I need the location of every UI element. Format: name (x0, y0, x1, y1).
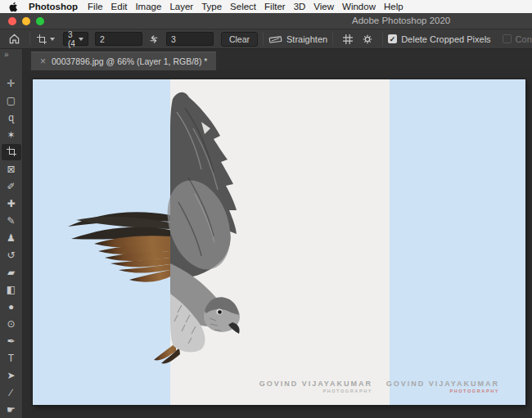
pen-tool-icon: ✒ (7, 336, 15, 346)
menu-select[interactable]: Select (230, 2, 256, 11)
magic-wand-tool[interactable]: ✶ (0, 127, 23, 143)
crop-settings-gear-icon[interactable] (362, 34, 373, 45)
hand-tool[interactable]: ☛ (0, 402, 23, 418)
window-title-bar: Adobe Photoshop 2020 (0, 13, 532, 29)
bird-photo (33, 79, 525, 405)
clear-button[interactable]: Clear (221, 32, 258, 47)
document-tab-bar: × 00037896.jpg @ 66% (Layer 1, RGB/8) * (23, 49, 532, 70)
clone-stamp-tool-icon: ♟ (7, 233, 16, 243)
document-tab-title: 00037896.jpg @ 66% (Layer 1, RGB/8) * (52, 56, 207, 66)
window-title: Adobe Photoshop 2020 (352, 16, 450, 25)
blur-tool[interactable]: ● (0, 299, 23, 315)
frame-tool-icon: ⊠ (7, 164, 15, 174)
history-brush-tool[interactable]: ↺ (0, 247, 23, 263)
watermark-sub: PHOTOGRAPHY (386, 389, 499, 393)
content-aware-label: Content-Aware (516, 34, 532, 44)
watermark: GOVIND VIJAYAKUMAR PHOTOGRAPHY (386, 380, 499, 393)
straighten-icon (268, 34, 282, 44)
canvas-area: GOVIND VIJAYAKUMAR PHOTOGRAPHY GOVIND VI… (23, 70, 532, 418)
close-tab-icon[interactable]: × (40, 56, 46, 66)
menu-view[interactable]: View (313, 2, 334, 11)
crop-tool[interactable] (2, 144, 21, 160)
tools-panel: » ✛▢ɋ✶⊠✐✚✎♟↺▰◧●⊙✒T➤∕☛○⋯ (0, 49, 23, 418)
workspace: » ✛▢ɋ✶⊠✐✚✎♟↺▰◧●⊙✒T➤∕☛○⋯ × 00037896.jpg @… (0, 49, 532, 418)
clone-stamp-tool[interactable]: ♟ (0, 230, 23, 246)
overlay-grid-icon[interactable] (342, 34, 354, 45)
crop-tool-icon (37, 34, 47, 44)
crop-tool-icon (7, 146, 16, 158)
menu-filter[interactable]: Filter (264, 2, 286, 11)
frame-tool[interactable]: ⊠ (0, 161, 23, 178)
crop-height-input[interactable] (166, 32, 214, 46)
magic-wand-tool-icon: ✶ (7, 130, 15, 140)
chevron-down-icon (50, 38, 55, 41)
lasso-tool-icon: ɋ (8, 113, 14, 123)
line-tool-icon: ∕ (10, 388, 11, 398)
canvas[interactable]: GOVIND VIJAYAKUMAR PHOTOGRAPHY GOVIND VI… (33, 79, 525, 405)
brush-tool-icon: ✎ (7, 216, 15, 226)
menu-bar: PhotoshopFileEditImageLayerTypeSelectFil… (0, 0, 532, 13)
zoom-window-button[interactable] (36, 17, 44, 25)
aspect-ratio-select[interactable]: 2 : 3 (4 : 6) (63, 32, 88, 46)
history-brush-tool-icon: ↺ (7, 250, 15, 260)
delete-cropped-pixels-checkbox[interactable]: ✓ Delete Cropped Pixels (388, 34, 490, 44)
move-tool-icon: ✛ (7, 79, 15, 88)
gradient-tool-icon: ◧ (7, 285, 16, 294)
swap-dimensions-icon[interactable] (148, 34, 160, 45)
hand-tool-icon: ☛ (7, 405, 16, 415)
eyedropper-tool[interactable]: ✐ (0, 178, 23, 195)
move-tool[interactable]: ✛ (0, 75, 23, 92)
type-tool[interactable]: T (0, 350, 23, 366)
eyedropper-tool-icon: ✐ (7, 182, 15, 191)
document-tab[interactable]: × 00037896.jpg @ 66% (Layer 1, RGB/8) * (31, 52, 216, 70)
path-selection-tool-icon: ➤ (7, 371, 15, 380)
blur-tool-icon: ● (8, 302, 14, 312)
collapse-tools-icon[interactable]: » (0, 49, 9, 61)
watermark-name: GOVIND VIJAYAKUMAR (259, 380, 372, 389)
chevron-down-icon (79, 38, 83, 41)
watermark-sub: PHOTOGRAPHY (259, 389, 372, 393)
home-icon[interactable] (3, 33, 25, 45)
path-selection-tool[interactable]: ➤ (0, 367, 23, 384)
menu-layer[interactable]: Layer (169, 2, 193, 11)
gradient-tool[interactable]: ◧ (0, 281, 23, 298)
menu-help[interactable]: Help (384, 2, 404, 11)
rectangular-marquee-tool-icon: ▢ (7, 96, 16, 106)
minimize-window-button[interactable] (22, 17, 30, 25)
menu-image[interactable]: Image (135, 2, 161, 11)
lasso-tool[interactable]: ɋ (0, 110, 23, 126)
brush-tool[interactable]: ✎ (0, 213, 23, 229)
crop-tool-preset[interactable] (37, 34, 55, 44)
pen-tool[interactable]: ✒ (0, 333, 23, 349)
menu-edit[interactable]: Edit (111, 2, 128, 11)
menu-3d[interactable]: 3D (294, 2, 306, 11)
eraser-tool[interactable]: ▰ (0, 264, 23, 281)
line-tool[interactable]: ∕ (0, 384, 23, 401)
close-window-button[interactable] (8, 17, 16, 25)
straighten-button[interactable]: Straighten (268, 34, 327, 44)
spot-healing-brush-tool-icon: ✚ (7, 199, 15, 209)
menu-file[interactable]: File (88, 2, 103, 11)
watermark-name: GOVIND VIJAYAKUMAR (386, 380, 499, 389)
checkbox-unchecked-icon (503, 34, 512, 43)
spot-healing-brush-tool[interactable]: ✚ (0, 196, 23, 212)
watermark: GOVIND VIJAYAKUMAR PHOTOGRAPHY (259, 380, 372, 393)
checkbox-checked-icon: ✓ (388, 34, 397, 43)
rectangular-marquee-tool[interactable]: ▢ (0, 92, 23, 109)
dodge-tool[interactable]: ⊙ (0, 316, 23, 332)
delete-cropped-pixels-label: Delete Cropped Pixels (401, 34, 490, 44)
type-tool-icon: T (8, 353, 14, 363)
straighten-label: Straighten (286, 34, 327, 44)
content-aware-checkbox: Content-Aware (503, 34, 532, 44)
dodge-tool-icon: ⊙ (7, 319, 15, 329)
crop-width-input[interactable] (95, 32, 142, 46)
apple-logo-icon[interactable] (8, 2, 19, 12)
options-bar: 2 : 3 (4 : 6) Clear Straighten ✓ Delete … (0, 29, 532, 49)
window-controls (8, 17, 44, 25)
menu-window[interactable]: Window (342, 2, 376, 11)
menu-type[interactable]: Type (201, 2, 222, 11)
eraser-tool-icon: ▰ (7, 267, 15, 277)
menu-photoshop[interactable]: Photoshop (29, 2, 78, 11)
